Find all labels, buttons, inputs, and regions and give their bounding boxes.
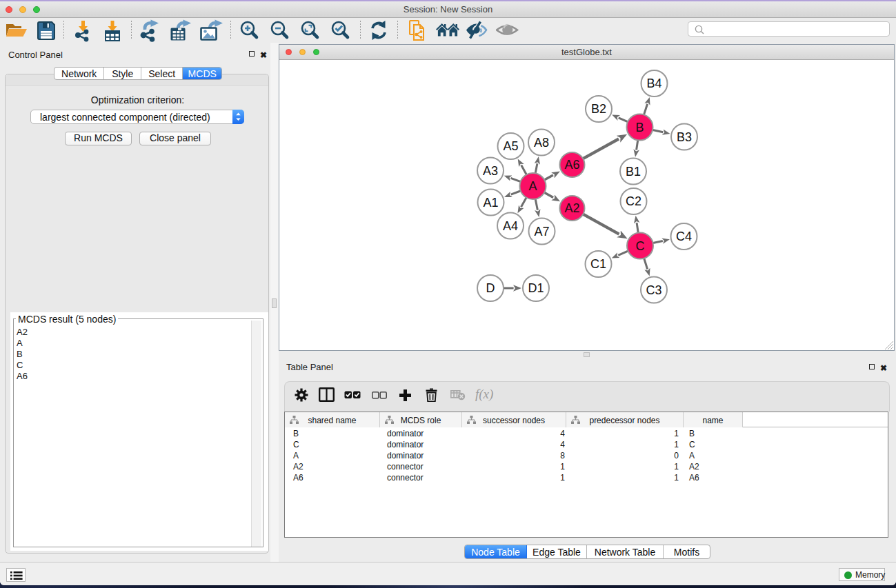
svg-text:D1: D1 xyxy=(528,281,544,295)
svg-text:C1: C1 xyxy=(590,257,606,271)
svg-text:A4: A4 xyxy=(503,219,518,233)
svg-text:A7: A7 xyxy=(534,225,549,239)
svg-text:A3: A3 xyxy=(483,164,498,178)
svg-text:C2: C2 xyxy=(626,194,641,208)
svg-text:C: C xyxy=(636,239,645,253)
svg-text:A1: A1 xyxy=(483,196,498,210)
svg-text:B: B xyxy=(635,121,644,134)
svg-text:C3: C3 xyxy=(646,283,661,297)
svg-text:C4: C4 xyxy=(676,230,692,243)
svg-text:A5: A5 xyxy=(503,139,518,153)
svg-text:B2: B2 xyxy=(591,102,606,116)
svg-text:B1: B1 xyxy=(626,165,641,179)
svg-text:A6: A6 xyxy=(564,158,579,172)
svg-text:B4: B4 xyxy=(646,77,661,90)
svg-text:B3: B3 xyxy=(677,130,692,144)
svg-text:A: A xyxy=(528,179,537,193)
svg-text:A8: A8 xyxy=(534,136,549,150)
svg-text:A2: A2 xyxy=(564,201,579,215)
svg-text:D: D xyxy=(486,281,495,295)
